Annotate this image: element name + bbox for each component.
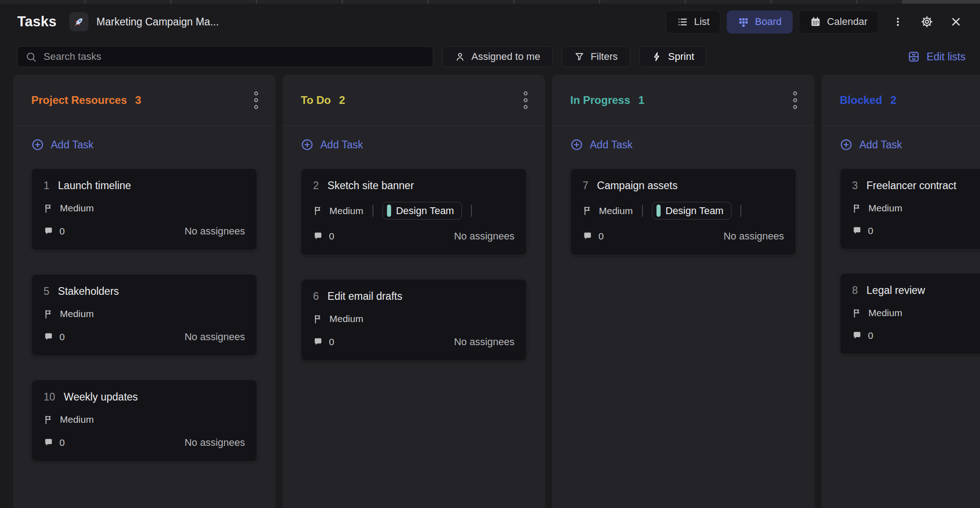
task-card[interactable]: 8Legal reviewMedium0	[840, 273, 980, 354]
tag-label: Design Team	[666, 205, 724, 217]
column-header: To Do2	[283, 75, 545, 126]
column-title: To Do	[301, 94, 331, 107]
column-menu-icon	[791, 90, 799, 110]
filter-funnel-icon	[574, 51, 585, 62]
settings-button[interactable]	[917, 12, 936, 31]
assignees-label: No assignees	[454, 336, 514, 348]
add-task-button[interactable]: Add Task	[31, 138, 93, 151]
view-switcher: List Board Calendar	[666, 10, 878, 34]
board-icon	[738, 16, 749, 28]
kanban-board: Project Resources3Add Task1Launch timeli…	[13, 75, 980, 508]
add-task-label: Add Task	[859, 139, 902, 151]
task-footer-row: 0No assignees	[313, 230, 514, 242]
task-card[interactable]: 7Campaign assetsMediumDesign Team0No ass…	[570, 168, 796, 255]
task-meta-row: Medium	[44, 202, 245, 215]
task-card[interactable]: 2Sketch site bannerMediumDesign Team0No …	[301, 168, 527, 255]
task-footer-row: 0No assignees	[44, 437, 245, 449]
meta-divider	[372, 205, 373, 217]
comment-icon	[313, 231, 323, 241]
task-priority: Medium	[329, 313, 363, 324]
column-menu-button[interactable]	[791, 90, 799, 110]
more-menu-icon	[892, 16, 903, 27]
column-task-count: 2	[339, 94, 345, 107]
task-title: Legal review	[867, 284, 925, 297]
filters-label: Filters	[591, 51, 618, 63]
task-id: 5	[44, 285, 49, 298]
task-priority: Medium	[60, 308, 94, 319]
sprint-button[interactable]: Sprint	[639, 46, 706, 67]
title-bar: Tasks Marketing Campaign Ma... List	[0, 4, 980, 40]
browser-tab-strip-highlight	[902, 0, 980, 4]
task-id: 10	[44, 391, 55, 403]
column-title: In Progress	[570, 94, 630, 107]
view-list-label: List	[694, 16, 710, 28]
column-cards: 7Campaign assetsMediumDesign Team0No ass…	[552, 156, 814, 274]
task-card[interactable]: 5StakeholdersMedium0No assignees	[31, 274, 257, 356]
add-task-label: Add Task	[590, 139, 632, 151]
assigned-to-me-button[interactable]: Assigned to me	[442, 46, 553, 67]
tag-color-bar	[387, 205, 391, 217]
task-footer-row: 0No assignees	[44, 331, 245, 343]
task-meta-row: Medium	[44, 413, 245, 426]
task-meta-row: MediumDesign Team	[313, 202, 514, 220]
search-icon	[25, 51, 37, 63]
column-menu-button[interactable]	[252, 90, 260, 110]
task-card[interactable]: 10Weekly updatesMedium0No assignees	[31, 380, 257, 462]
task-footer-row: 0No assignees	[44, 225, 245, 237]
column-blocked: Blocked2Add Task3Freelancer contractMedi…	[822, 75, 980, 508]
task-card[interactable]: 3Freelancer contractMedium0	[840, 168, 980, 249]
search-input[interactable]	[44, 51, 425, 63]
settings-gear-icon	[921, 15, 933, 28]
close-icon	[950, 15, 962, 28]
edit-lists-label: Edit lists	[926, 51, 965, 63]
task-priority: Medium	[329, 205, 363, 216]
edit-lists-button[interactable]: Edit lists	[907, 50, 965, 63]
task-card[interactable]: 1Launch timelineMedium0No assignees	[31, 168, 257, 250]
column-cards: 1Launch timelineMedium0No assignees5Stak…	[13, 156, 275, 480]
lightning-icon	[652, 51, 662, 62]
view-list-button[interactable]: List	[666, 10, 720, 34]
add-task-button[interactable]: Add Task	[301, 138, 363, 151]
comment-count: 0	[59, 437, 65, 448]
task-title: Weekly updates	[64, 391, 138, 403]
task-priority: Medium	[868, 308, 902, 318]
add-task-button[interactable]: Add Task	[570, 138, 632, 151]
add-task-plus-icon	[301, 138, 314, 151]
task-footer-row: 0No assignees	[313, 336, 514, 348]
view-calendar-button[interactable]: Calendar	[799, 10, 878, 34]
sprint-label: Sprint	[668, 51, 694, 63]
task-footer-row: 0	[852, 225, 980, 236]
task-card-title-row: 8Legal review	[852, 284, 980, 297]
view-calendar-label: Calendar	[827, 16, 867, 28]
column-menu-button[interactable]	[522, 90, 529, 110]
calendar-icon	[810, 16, 821, 28]
task-title: Campaign assets	[597, 180, 678, 192]
task-meta-row: Medium	[852, 202, 980, 215]
column-to-do: To Do2Add Task2Sketch site bannerMediumD…	[283, 75, 545, 508]
list-icon	[677, 16, 688, 28]
task-id: 6	[313, 290, 319, 303]
close-button[interactable]	[946, 12, 965, 31]
column-title: Blocked	[840, 94, 882, 107]
task-card[interactable]: 6Edit email draftsMedium0No assignees	[301, 279, 527, 361]
add-task-plus-icon	[31, 138, 44, 151]
board-name: Marketing Campaign Ma...	[97, 16, 219, 28]
view-board-button[interactable]: Board	[727, 10, 793, 34]
more-menu-button[interactable]	[888, 12, 907, 31]
assigned-to-me-label: Assigned to me	[471, 51, 540, 63]
priority-flag-icon	[583, 205, 593, 216]
toolbar: Assigned to me Filters Sprint Edit lists	[0, 40, 980, 67]
task-meta-row: Medium	[313, 313, 514, 325]
task-title: Sketch site banner	[328, 180, 414, 192]
add-task-label: Add Task	[51, 139, 93, 151]
task-priority: Medium	[60, 203, 94, 214]
column-divider	[283, 126, 545, 126]
assignees-label: No assignees	[724, 230, 784, 242]
task-meta-row: Medium	[44, 308, 245, 320]
task-title: Launch timeline	[58, 180, 131, 192]
task-id: 3	[852, 180, 858, 192]
filters-button[interactable]: Filters	[562, 46, 630, 67]
column-header: Project Resources3	[13, 75, 275, 126]
column-divider	[552, 126, 814, 126]
add-task-button[interactable]: Add Task	[840, 138, 902, 151]
